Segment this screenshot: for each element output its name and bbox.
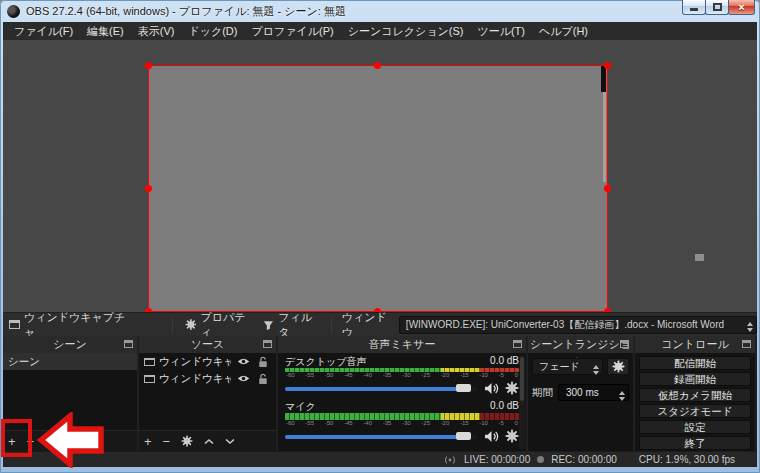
volume-slider[interactable] [285,432,478,441]
transitions-panel-header[interactable]: シーントランジション [528,336,633,353]
menu-dock[interactable]: ドック(D) [181,22,244,40]
sources-toolbar: + − [139,430,276,451]
meter-tick-label: -25 [421,372,430,379]
menu-profile[interactable]: プロファイル(P) [244,22,340,40]
duration-spinbox[interactable]: 300 ms [558,384,629,401]
annotation-highlight-box [1,419,32,457]
channel-settings-gear-icon[interactable] [505,429,519,443]
channel-settings-gear-icon[interactable] [505,381,519,395]
menu-help[interactable]: ヘルプ(H) [532,22,595,40]
start-streaming-button[interactable]: 配信開始 [639,356,751,370]
maximize-button[interactable] [705,0,729,15]
resize-handle-top[interactable] [374,62,381,69]
mixer-channel-mic: マイク 0.0 dB -60-55-50-45-40-35-30-25-20-1… [278,398,526,444]
meter-tick-label: -55 [305,372,314,379]
panel-popout-icon[interactable] [513,340,522,348]
speaker-icon[interactable] [484,430,499,443]
add-source-button[interactable]: + [144,435,152,448]
panel-popout-icon[interactable] [742,340,751,348]
volume-slider-handle[interactable] [456,432,471,440]
meter-tick-label: 0 [515,372,518,379]
menu-file[interactable]: ファイル(F) [7,22,80,40]
scene-list-item[interactable]: シーン [3,353,137,370]
settings-button[interactable]: 設定 [639,420,751,434]
menu-bar: ファイル(F) 編集(E) 表示(V) ドック(D) プロファイル(P) シーン… [3,22,757,40]
exit-button[interactable]: 終了 [639,436,751,450]
scenes-panel-header[interactable]: シーン [3,336,137,353]
source-name: ウィンドウキャプチャ 2 [159,355,231,369]
resize-handle-left[interactable] [145,185,152,192]
window-capture-source[interactable] [148,65,608,312]
visibility-toggle[interactable] [235,374,251,383]
meter-tick-label: -5 [499,420,504,427]
resize-handle-top-left[interactable] [145,62,152,69]
captured-window-edge [601,66,606,92]
controls-title: コントロール [661,338,728,350]
panel-popout-icon[interactable] [263,340,272,348]
scenes-title: シーン [53,338,87,350]
lock-toggle[interactable] [255,356,271,368]
filters-button[interactable]: フィルタ [257,310,324,340]
menu-edit[interactable]: 編集(E) [80,22,131,40]
minimize-button[interactable] [682,0,706,15]
start-virtual-camera-button[interactable]: 仮想カメラ開始 [639,388,751,402]
live-broadcast-icon [443,455,457,465]
rec-time: REC: 00:00:00 [551,454,617,465]
gear-icon [612,360,625,373]
live-time: LIVE: 00:00:00 [464,454,530,465]
speaker-icon[interactable] [484,382,499,395]
window-select-combobox[interactable]: [WINWORD.EXE]: UniConverter-03【配信録画】.doc… [399,316,757,334]
channel-db-value: 0.0 dB [490,400,519,412]
combobox-spinner-icon[interactable] [593,362,599,378]
sources-panel: ソース ウィンドウキャプチャ 2 [139,336,276,451]
controls-panel: コントロール 配信開始 録画開始 仮想カメラ開始 スタジオモード 設定 終了 [635,336,755,451]
transition-settings-button[interactable] [607,358,629,375]
sources-panel-header[interactable]: ソース [139,336,276,353]
app-area: ファイル(F) 編集(E) 表示(V) ドック(D) プロファイル(P) シーン… [3,22,757,467]
combobox-spinner-icon[interactable] [747,319,753,335]
panel-popout-icon[interactable] [620,340,629,348]
meter-tick-label: -50 [325,372,334,379]
remove-source-button[interactable]: − [163,435,171,448]
panel-popout-icon[interactable] [124,340,133,348]
transition-value: フェード [539,360,580,374]
volume-slider[interactable] [285,384,478,393]
volume-slider-handle[interactable] [456,384,471,392]
menu-view[interactable]: 表示(V) [131,22,182,40]
controls-panel-header[interactable]: コントロール [635,336,755,353]
meter-scale: -60-55-50-45-40-35-30-25-20-15-10-50 [285,420,519,427]
source-list-item[interactable]: ウィンドウキャプチャ 2 [139,353,276,370]
properties-button[interactable]: プロパティ [179,310,258,340]
move-source-down-button[interactable] [225,438,235,445]
second-capture-source-thumbnail[interactable] [695,254,704,261]
controls-body: 配信開始 録画開始 仮想カメラ開始 スタジオモード 設定 終了 [635,353,755,451]
eye-icon [237,357,250,366]
window-select-value: [WINWORD.EXE]: UniConverter-03【配信録画】.doc… [406,318,724,332]
resize-handle-right[interactable] [604,185,611,192]
filter-icon [263,319,274,331]
move-source-up-button[interactable] [204,438,214,445]
duration-value: 300 ms [566,387,599,398]
transition-select-combobox[interactable]: フェード [532,358,603,375]
studio-mode-button[interactable]: スタジオモード [639,404,751,418]
lock-toggle[interactable] [255,373,271,385]
source-list-item[interactable]: ウィンドウキャプチャ [139,370,276,387]
visibility-toggle[interactable] [235,357,251,366]
mixer-panel-header[interactable]: 音声ミキサー [278,336,526,353]
title-bar[interactable]: OBS 27.2.4 (64-bit, windows) - プロファイル: 無… [0,0,760,22]
minimize-icon [690,8,698,11]
menu-scene-collection[interactable]: シーンコレクション(S) [341,22,471,40]
mixer-scrollbar[interactable] [519,355,525,449]
start-recording-button[interactable]: 録画開始 [639,372,751,386]
meter-tick-label: -5 [499,372,504,379]
meter-tick-label: -60 [286,372,295,379]
source-properties-button[interactable] [181,435,193,447]
scrollbar-thumb[interactable] [520,357,524,401]
spinbox-arrows-icon[interactable] [619,388,625,404]
meter-tick-label: -30 [402,420,411,427]
resize-handle-top-right[interactable] [604,62,611,69]
close-button[interactable]: × [728,0,755,15]
toolbar-separator [172,317,173,333]
preview-canvas[interactable] [3,40,757,312]
menu-tools[interactable]: ツール(T) [470,22,532,40]
